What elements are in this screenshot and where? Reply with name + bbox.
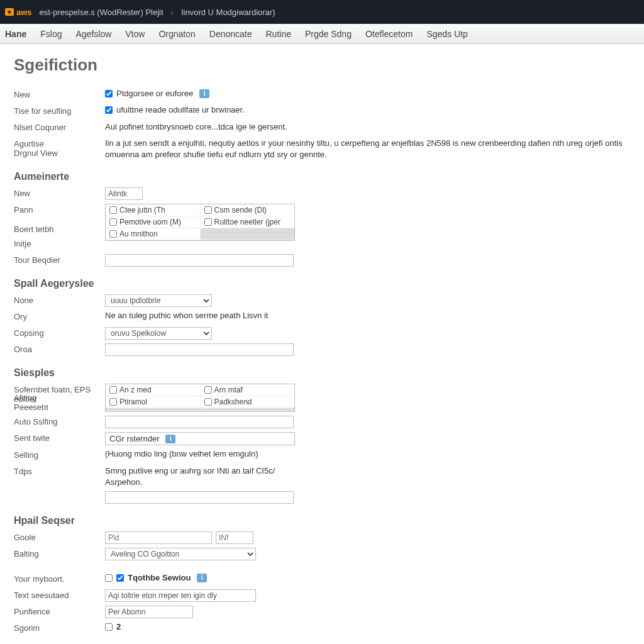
pann-cb-1-0[interactable] (109, 218, 117, 226)
your-text: Tqothbe Sewiou (128, 573, 191, 582)
sies-lbl-0-1: Arn mtaf (214, 386, 243, 394)
text-input[interactable] (105, 589, 256, 602)
sies-grid: An z med Arn mtaf Ptiramol Padkshend (105, 384, 295, 412)
copsing-select[interactable]: oruvu Spelkolow (105, 327, 212, 340)
nlset-text: Aul pofinet tontbrysnoeb core...tdca ige… (105, 121, 287, 133)
your-outer-cb[interactable] (105, 574, 113, 582)
tdps-input[interactable] (105, 491, 294, 504)
tdps-text: Smng putlive eng ur auhrg sor INti an ta… (105, 465, 294, 487)
tise-label: Tise for seufling (14, 105, 105, 116)
nav-item-3[interactable]: Vtow (125, 29, 145, 39)
sent-label: Sent twite (14, 432, 105, 443)
sies-cb-1-1[interactable] (204, 398, 212, 406)
pann-lbl-1-1: Rulttoe neetler (jper (214, 218, 280, 226)
tour-label: Tour Beqdier (14, 254, 105, 265)
nav-item-9[interactable]: Sgeds Utp (426, 29, 467, 39)
sies-d0 (106, 408, 201, 411)
nav-item-7[interactable]: Prgde Sdng (305, 29, 352, 39)
text-label: Text seesutaed (14, 589, 105, 600)
agar-label: Agurtise (14, 139, 105, 148)
page-body: Sgeifiction New Ptdgorsee or euforee i T… (0, 44, 644, 644)
breadcrumb-sep: › (171, 8, 174, 17)
afiting-label: Afiting (14, 393, 105, 402)
sies-cb-0-1[interactable] (204, 386, 212, 394)
aws-badge-icon: ★ (5, 8, 14, 16)
aws-logo[interactable]: ★ aws (5, 8, 32, 17)
sent-text: CGr rsternder (109, 434, 159, 443)
pun-input[interactable] (105, 606, 193, 618)
breadcrumb-1[interactable]: est-prespelse.s (WodRester) Plejit (40, 8, 164, 17)
aum-new-input[interactable] (105, 187, 143, 200)
nav-item-6[interactable]: Rutine (266, 29, 291, 39)
ory-label: Ory (14, 311, 105, 321)
pann-lbl-2-0: Au mnithon (119, 230, 158, 238)
pann-lbl-0-0: Ctee juttn (Th (119, 206, 165, 214)
tise-text: ufulttne reade odullfate ur brwinaer. (116, 105, 245, 114)
balng-label: Balting (14, 548, 105, 558)
new-text: Ptdgorsee or euforee (116, 89, 193, 98)
top-bar: ★ aws est-prespelse.s (WodRester) Plejit… (0, 0, 644, 24)
sies-cb-1-0[interactable] (109, 398, 117, 406)
logo-text: aws (16, 8, 32, 17)
pann-disabled-cell (201, 228, 295, 240)
spall-heading: Spall Aegeryslee (14, 278, 630, 289)
auto-label: Auto Sslfing (14, 416, 105, 426)
none-select[interactable]: uuuu tpdlotbrle (105, 294, 212, 307)
initje-label: Initje (14, 238, 105, 248)
nav-item-4[interactable]: Orgnaton (158, 29, 195, 39)
balng-select[interactable]: Aveling CO Ggoitton (105, 548, 256, 560)
siesples-heading: Siesples (14, 367, 630, 379)
info-icon[interactable]: i (199, 89, 209, 98)
nav-item-2[interactable]: Agefslow (75, 29, 111, 39)
nav-item-5[interactable]: Denoncate (209, 29, 252, 39)
pann-grid: Ctee juttn (Th Csm sende (Dl) Pemotive u… (105, 204, 295, 241)
drgn-label: Drgnul View (14, 148, 105, 158)
pann-cb-2-0[interactable] (109, 230, 117, 238)
sgn-val: 2 (116, 622, 121, 631)
pann-cb-0-1[interactable] (204, 206, 212, 214)
new-checkbox[interactable] (105, 90, 113, 97)
breadcrumb-2[interactable]: Iinvord U Modgiwardiorar) (181, 8, 275, 17)
page-title: Sgeifiction (14, 55, 630, 75)
aum-new-label: New (14, 187, 105, 198)
copsing-label: Copsing (14, 327, 105, 338)
your-info-icon[interactable]: i (197, 574, 207, 582)
pann-lbl-1-0: Pemotive uom (M) (119, 218, 181, 226)
selling-text: (Huong mdio ling (bnw velhet lem emguln) (105, 449, 258, 458)
your-inner-cb[interactable] (116, 574, 124, 582)
sies-lbl-1-1: Padkshend (214, 397, 252, 406)
peeesebt-label: Peeesebt (14, 402, 105, 412)
sies-lbl-0-0: An z med (119, 386, 152, 394)
goole-label: Goole (14, 531, 105, 542)
pann-cb-1-1[interactable] (204, 218, 212, 226)
goole-input-1[interactable] (105, 531, 212, 544)
hpail-heading: Hpail Seqser (14, 515, 630, 526)
tdps-label: Tdps (14, 465, 105, 476)
oroa-input[interactable] (105, 343, 294, 356)
goole-input-2[interactable] (216, 531, 253, 544)
pann-lbl-0-1: Csm sende (Dl) (214, 206, 267, 214)
nav-item-0[interactable]: Hane (5, 29, 26, 39)
ory-text: Ne an tuleg puthic whon serme peath Lisv… (105, 311, 268, 320)
your-label: Your myboort. (14, 573, 105, 584)
sies-d1 (201, 408, 295, 411)
pun-label: Punfience (14, 606, 105, 616)
nlset-label: Nlset Coquner (14, 121, 105, 132)
tise-checkbox[interactable] (105, 106, 113, 114)
nav-item-1[interactable]: Fslog (40, 29, 62, 39)
auto-input[interactable] (105, 416, 294, 428)
boert-label: Boert tetbh (14, 212, 105, 234)
new-label: New (14, 89, 105, 99)
sgn-cb[interactable] (105, 623, 113, 631)
long-text: Iin a jut sen sendt a enjulhti, nequtiy … (105, 138, 630, 160)
tour-input[interactable] (105, 254, 294, 267)
sies-lbl-1-0: Ptiramol (119, 397, 147, 406)
sent-info-icon[interactable]: i (165, 435, 175, 443)
sies-cb-0-0[interactable] (109, 386, 117, 394)
nav-bar: Hane Fslog Agefslow Vtow Orgnaton Denonc… (0, 24, 644, 44)
pann-cb-0-0[interactable] (109, 206, 117, 214)
none-label: None (14, 294, 105, 305)
nav-item-8[interactable]: Oteflecetom (365, 29, 413, 39)
oroa-label: Oroa (14, 343, 105, 354)
selling-label: Selling (14, 449, 105, 460)
